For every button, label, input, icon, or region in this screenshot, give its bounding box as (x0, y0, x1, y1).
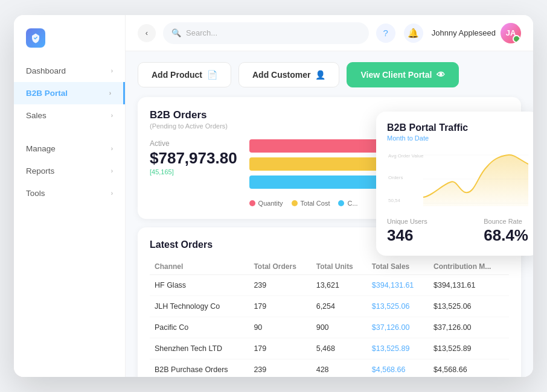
cell-contribution: $37,126.00 (429, 317, 509, 338)
traffic-chart: Avg Order Value Orders 50,54 (387, 149, 528, 209)
help-button[interactable]: ? (376, 24, 395, 43)
page-content: Add Product 📄 Add Customer 👤 View Client… (126, 51, 533, 377)
sidebar-item-manage[interactable]: Manage › (14, 138, 125, 160)
cell-orders: 239 (249, 275, 311, 296)
unique-users-stat: Unique Users 346 (387, 218, 427, 245)
svg-text:Orders: Orders (388, 175, 403, 180)
cell-channel: JLH Technology Co (150, 296, 249, 317)
sidebar-item-b2b-portal[interactable]: B2B Portal › (14, 82, 125, 104)
cell-sales[interactable]: $37,126.00 (367, 317, 429, 338)
cell-units: 13,621 (312, 275, 367, 296)
legend-label-quantity: Quantity (258, 200, 283, 207)
table-row: JLH Technology Co 179 6,254 $13,525.06 $… (150, 296, 509, 317)
legend-label-cost: Total Cost (301, 200, 330, 207)
search-placeholder: Search... (186, 28, 217, 37)
cell-sales[interactable]: $394,131.61 (367, 275, 429, 296)
svg-text:50,54: 50,54 (388, 198, 401, 203)
bell-icon: 🔔 (408, 28, 419, 39)
traffic-title: B2B Portal Traffic (387, 122, 528, 133)
cell-orders: 90 (249, 317, 311, 338)
cell-units: 6,254 (312, 296, 367, 317)
bounce-rate-stat: Bounce Rate 68.4% (484, 218, 528, 245)
table-row: Shenzhen Tech LTD 179 5,468 $13,525.89 $… (150, 338, 509, 359)
cell-orders: 239 (249, 359, 311, 378)
sidebar-item-label: Sales (26, 111, 46, 120)
stat-sub: [45,165] (150, 168, 237, 175)
chevron-icon: › (111, 68, 113, 74)
main-content: ‹ 🔍 Search... ? 🔔 Johnny Appleseed JA (126, 15, 533, 377)
sidebar-item-label: Dashboard (26, 66, 66, 75)
notification-button[interactable]: 🔔 (404, 24, 423, 43)
col-orders: Total Orders (249, 259, 311, 275)
cell-sales[interactable]: $13,525.89 (367, 338, 429, 359)
legend-quantity: Quantity (249, 200, 283, 207)
topbar-icons: ? 🔔 Johnny Appleseed JA (376, 23, 521, 43)
svg-text:Avg Order Value: Avg Order Value (388, 153, 424, 159)
cell-sales[interactable]: $13,525.06 (367, 296, 429, 317)
legend-net: C... (338, 200, 357, 207)
unique-users-label: Unique Users (387, 218, 427, 225)
table-row: HF Glass 239 13,621 $394,131.61 $394,131… (150, 275, 509, 296)
cell-channel: Pacific Co (150, 317, 249, 338)
topbar: ‹ 🔍 Search... ? 🔔 Johnny Appleseed JA (126, 15, 533, 51)
add-customer-label: Add Customer (252, 70, 310, 80)
cell-contribution: $13,525.06 (429, 296, 509, 317)
sidebar-nav: Dashboard › B2B Portal › Sales › Manage … (14, 60, 125, 377)
sidebar-item-label: Manage (26, 144, 56, 153)
cell-orders: 179 (249, 296, 311, 317)
cell-channel: Shenzhen Tech LTD (150, 338, 249, 359)
add-product-button[interactable]: Add Product 📄 (138, 62, 231, 87)
add-product-label: Add Product (152, 70, 202, 80)
legend-label-net: C... (347, 200, 357, 207)
table-row: Pacific Co 90 900 $37,126.00 $37,126.00 (150, 317, 509, 338)
legend-dot-yellow (292, 200, 298, 206)
sidebar-item-reports[interactable]: Reports › (14, 160, 125, 182)
cell-channel: HF Glass (150, 275, 249, 296)
user-menu[interactable]: Johnny Appleseed JA (432, 23, 521, 43)
traffic-card: B2B Portal Traffic Month to Date Avg Ord… (376, 112, 533, 256)
view-client-portal-button[interactable]: View Client Portal 👁 (347, 62, 459, 87)
col-units: Total Units (312, 259, 367, 275)
sidebar-item-dashboard[interactable]: Dashboard › (14, 60, 125, 82)
help-icon: ? (383, 28, 388, 38)
legend-dot-blue (338, 200, 344, 206)
legend-cost: Total Cost (292, 200, 330, 207)
cell-contribution: $4,568.66 (429, 359, 509, 378)
bounce-rate-value: 68.4% (484, 226, 528, 245)
logo-icon (26, 28, 45, 48)
chevron-icon: › (109, 90, 111, 96)
chevron-icon: › (111, 145, 113, 152)
sidebar-logo (14, 15, 125, 60)
cell-channel: B2B Purchase Orders (150, 359, 249, 378)
sidebar-item-sales[interactable]: Sales › (14, 104, 125, 127)
cell-orders: 179 (249, 338, 311, 359)
unique-users-value: 346 (387, 226, 427, 245)
col-contribution: Contribution M... (429, 259, 509, 275)
traffic-stats: Unique Users 346 Bounce Rate 68.4% (387, 218, 528, 245)
eye-icon: 👁 (437, 70, 445, 80)
person-add-icon: 👤 (315, 70, 325, 80)
sidebar-item-tools[interactable]: Tools › (14, 182, 125, 204)
cell-contribution: $394,131.61 (429, 275, 509, 296)
view-portal-label: View Client Portal (360, 70, 432, 80)
cell-contribution: $13,525.89 (429, 338, 509, 359)
add-customer-button[interactable]: Add Customer 👤 (238, 62, 339, 87)
bounce-rate-label: Bounce Rate (484, 218, 528, 225)
avatar: JA (501, 23, 521, 43)
chevron-icon: › (111, 168, 113, 174)
back-button[interactable]: ‹ (138, 24, 156, 42)
sidebar-item-label: B2B Portal (26, 89, 68, 98)
document-icon: 📄 (207, 70, 217, 80)
search-bar[interactable]: 🔍 Search... (163, 22, 369, 44)
cell-sales[interactable]: $4,568.66 (367, 359, 429, 378)
cell-units: 428 (312, 359, 367, 378)
cell-units: 5,468 (312, 338, 367, 359)
orders-stats: Active $787,973.80 [45,165] (150, 139, 237, 207)
col-channel: Channel (150, 259, 249, 275)
orders-table: Channel Total Orders Total Units Total S… (150, 259, 509, 377)
search-icon: 🔍 (171, 28, 181, 37)
traffic-subtitle: Month to Date (387, 134, 528, 142)
chevron-icon: › (111, 112, 113, 119)
stat-label: Active (150, 139, 237, 148)
chevron-icon: › (111, 190, 113, 197)
